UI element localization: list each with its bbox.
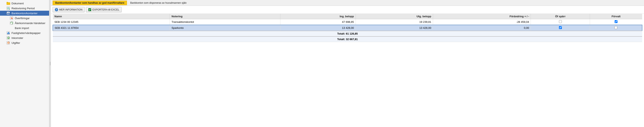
cell-of-spar[interactable] [531,25,590,31]
sidebar-label-redovisning: Redovisning Period [12,7,35,10]
sidebar-label-overforingar: Överföringar [15,17,30,20]
sidebar-item-inkomster[interactable]: Inkomster [0,35,49,40]
total-2-label: Totalt: 32 667,81 [53,36,642,42]
table-container: Namn Notering Ing. belopp Utg. belopp Fö… [51,14,644,127]
cell-namn: SEB 4321 11 87654 [53,25,170,31]
folder-icon [6,2,10,5]
sidebar-item-fastigheter[interactable]: Fastigheter/värdepapper [0,31,49,35]
cell-ing-belopp: 13 428,00 [280,25,356,31]
svg-rect-1 [6,2,8,3]
transfer-icon [10,17,14,20]
cell-of-spar[interactable] [531,19,590,25]
sidebar-label-dokument: Dokument [12,2,24,5]
svg-rect-10 [9,13,10,14]
resize-handle[interactable] [49,0,51,127]
total-1-label: Totalt: 61 126,85 [53,31,642,36]
col-header-utg-belopp: Utg. belopp [356,14,433,19]
bank-table: Namn Notering Ing. belopp Utg. belopp Fö… [52,14,642,42]
cell-utg-belopp: 19 239,81 [356,19,433,25]
of-spar-checkbox[interactable] [559,20,562,23]
svg-rect-9 [8,12,9,14]
fastighet-icon [6,31,10,35]
sidebar-label-bankimport: Bank import [15,27,29,30]
tab-inactive[interactable]: Bankkonton som disponeras av huvudmannen… [128,1,189,5]
sidebar-item-bankimport[interactable]: Bank import [0,26,49,31]
table-row[interactable]: SEB 4321 11 87654 Sparkonto 13 428,00 13… [53,25,642,31]
sidebar-label-aterkommande: Återkommande händelser [15,22,46,25]
col-header-of-spar: Öf spärr [531,14,590,19]
sidebar-item-aterkommande[interactable]: Återkommande händelser [0,21,49,26]
cell-forandring: 0,00 [433,25,531,31]
bank-icon [6,12,10,15]
sidebar-item-utgifter[interactable]: Utgifter [0,40,49,45]
resize-dots [50,62,50,65]
sidebar-item-bankkonton[interactable]: Bankkonton/kontanter [0,11,49,16]
btn-excel-label: EXPORTERA till EXCEL [92,8,119,11]
inkomst-icon [6,36,10,40]
sidebar-item-redovisning[interactable]: Redovisning Period [0,6,49,11]
col-header-namn: Namn [53,14,170,19]
total-row-2: Totalt: 32 667,81 [53,36,642,42]
redovisning-icon [6,7,10,10]
cell-forandring: -28 459,04 [433,19,531,25]
cell-forvalt[interactable] [590,19,642,25]
forvalt-checkbox[interactable] [614,20,618,23]
recur-icon [10,21,14,25]
sidebar-label-inkomster: Inkomster [12,36,23,40]
utgift-icon [6,41,10,44]
col-header-forandring: Förändring + / - [433,14,531,19]
mer-information-button[interactable]: ? MER INFORMATION [52,7,85,12]
sidebar: Dokument Redovisning Period Bankkonton/k [0,0,49,127]
sidebar-label-bankkonton: Bankkonton/kontanter [12,12,38,15]
tab-active[interactable]: Bankkonton/kontanter som handhas av god … [52,1,127,5]
cell-namn: SEB 1234 00 12345 [53,19,170,25]
col-header-notering: Notering [170,14,280,19]
cell-ing-belopp: 47 698,85 [280,19,356,25]
table-row[interactable]: SEB 1234 00 12345 Transaktionskontot 47 … [53,19,642,25]
cell-notering: Transaktionskontot [170,19,280,25]
of-spar-checkbox[interactable] [559,26,562,29]
forvalt-checkbox[interactable] [614,26,617,29]
svg-text:X: X [89,9,90,11]
exportera-excel-button[interactable]: X EXPORTERA till EXCEL [86,7,122,12]
col-header-forvalt: Förvalt [590,14,642,19]
excel-icon: X [88,8,92,11]
cell-utg-belopp: 13 428,00 [356,25,433,31]
cell-notering: Sparkonto [170,25,280,31]
main-content: Bankkonton/kontanter som handhas av god … [51,0,644,127]
total-row-1: Totalt: 61 126,85 [53,31,642,36]
info-icon: ? [55,8,58,11]
svg-rect-8 [7,13,8,14]
col-header-ing-belopp: Ing. belopp [280,14,356,19]
cell-forvalt[interactable] [590,25,642,31]
toolbar: ? MER INFORMATION X EXPORTERA till EXCEL [51,6,644,14]
btn-info-label: MER INFORMATION [59,8,82,11]
sidebar-label-fastigheter: Fastigheter/värdepapper [12,32,41,35]
bankimport-spacer [10,26,14,30]
sidebar-item-dokument[interactable]: Dokument [0,1,49,6]
sidebar-label-utgifter: Utgifter [12,41,20,44]
tab-bar: Bankkonton/kontanter som handhas av god … [51,0,644,6]
sidebar-item-overforingar[interactable]: Överföringar [0,16,49,21]
table-header-row: Namn Notering Ing. belopp Utg. belopp Fö… [53,14,642,19]
